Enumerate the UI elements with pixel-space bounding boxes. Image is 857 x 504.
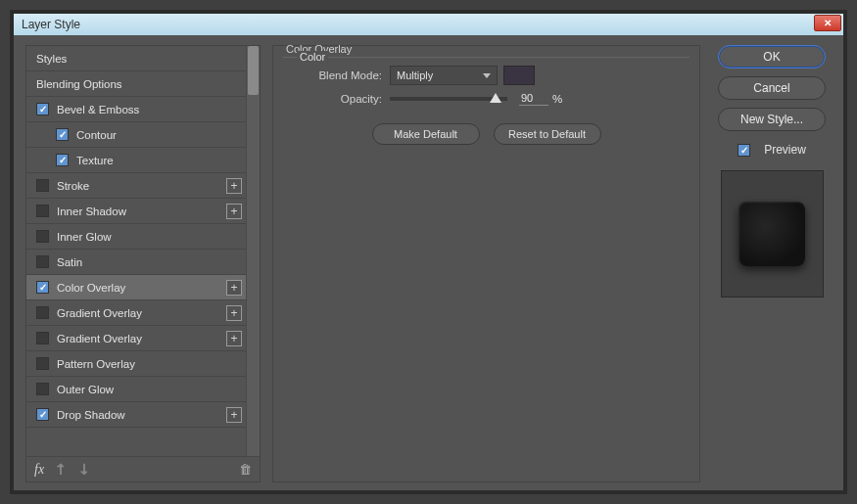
style-row-gradient-overlay[interactable]: Gradient Overlay+ bbox=[26, 326, 246, 351]
blend-mode-value: Multiply bbox=[397, 69, 433, 81]
style-checkbox[interactable] bbox=[36, 332, 49, 344]
style-checkbox[interactable] bbox=[36, 408, 49, 421]
style-label: Satin bbox=[57, 256, 82, 268]
blend-mode-label: Blend Mode: bbox=[299, 69, 382, 81]
opacity-unit: % bbox=[552, 93, 562, 105]
opacity-label: Opacity: bbox=[299, 93, 382, 105]
preview-label: Preview bbox=[764, 143, 806, 157]
preview-render bbox=[738, 202, 805, 266]
add-effect-icon[interactable]: + bbox=[226, 407, 242, 423]
style-row-bevel-emboss[interactable]: Bevel & Emboss bbox=[26, 97, 246, 122]
style-row-pattern-overlay[interactable]: Pattern Overlay bbox=[26, 351, 246, 377]
action-panel: OK Cancel New Style... Preview bbox=[712, 45, 832, 482]
reset-default-button[interactable]: Reset to Default bbox=[494, 123, 601, 145]
close-button[interactable]: ✕ bbox=[814, 15, 841, 31]
group-title: Color bbox=[297, 51, 328, 63]
add-effect-icon[interactable]: + bbox=[226, 280, 242, 296]
new-style-button[interactable]: New Style... bbox=[718, 108, 826, 131]
preview-thumbnail bbox=[721, 170, 824, 298]
opacity-input[interactable]: 90 bbox=[519, 91, 548, 106]
style-label: Gradient Overlay bbox=[57, 307, 142, 319]
style-label: Bevel & Emboss bbox=[57, 104, 139, 115]
close-icon: ✕ bbox=[824, 18, 832, 28]
scrollbar-thumb[interactable] bbox=[248, 46, 259, 95]
style-row-styles[interactable]: Styles bbox=[26, 46, 246, 71]
style-row-contour[interactable]: Contour bbox=[26, 122, 246, 148]
style-row-gradient-overlay[interactable]: Gradient Overlay+ bbox=[26, 300, 246, 326]
make-default-button[interactable]: Make Default bbox=[372, 123, 480, 145]
style-checkbox[interactable] bbox=[36, 103, 49, 115]
style-label: Gradient Overlay bbox=[57, 333, 142, 344]
style-row-outer-glow[interactable]: Outer Glow bbox=[26, 377, 246, 402]
opacity-slider[interactable] bbox=[390, 97, 507, 101]
titlebar: Layer Style ✕ bbox=[14, 14, 843, 35]
settings-panel: Color Overlay Color Blend Mode: Multiply… bbox=[272, 45, 700, 482]
blend-mode-dropdown[interactable]: Multiply bbox=[390, 66, 498, 85]
color-swatch[interactable] bbox=[503, 66, 535, 85]
add-effect-icon[interactable]: + bbox=[226, 178, 242, 194]
move-down-icon[interactable]: 🠧 bbox=[77, 462, 91, 478]
add-effect-icon[interactable]: + bbox=[226, 204, 242, 219]
style-row-inner-glow[interactable]: Inner Glow bbox=[26, 224, 246, 250]
style-row-drop-shadow[interactable]: Drop Shadow+ bbox=[26, 402, 246, 428]
scrollbar-track[interactable] bbox=[246, 46, 260, 456]
style-label: Pattern Overlay bbox=[57, 358, 135, 370]
style-label: Outer Glow bbox=[57, 384, 114, 395]
move-up-icon[interactable]: 🠥 bbox=[54, 462, 68, 478]
style-checkbox[interactable] bbox=[56, 154, 69, 166]
style-row-inner-shadow[interactable]: Inner Shadow+ bbox=[26, 199, 246, 224]
layer-style-dialog: Layer Style ✕ StylesBlending OptionsBeve… bbox=[14, 14, 843, 490]
styles-panel: StylesBlending OptionsBevel & EmbossCont… bbox=[25, 45, 261, 482]
style-row-stroke[interactable]: Stroke+ bbox=[26, 173, 246, 199]
style-checkbox[interactable] bbox=[56, 128, 69, 141]
style-row-blending-options[interactable]: Blending Options bbox=[26, 71, 246, 97]
style-label: Texture bbox=[76, 155, 114, 166]
style-checkbox[interactable] bbox=[36, 230, 49, 243]
style-checkbox[interactable] bbox=[36, 383, 49, 395]
styles-toolbar: fx 🠥 🠧 🗑 bbox=[26, 456, 260, 481]
style-checkbox[interactable] bbox=[36, 306, 49, 319]
style-checkbox[interactable] bbox=[36, 255, 49, 268]
style-label: Drop Shadow bbox=[57, 409, 125, 421]
style-checkbox[interactable] bbox=[36, 205, 49, 217]
add-effect-icon[interactable]: + bbox=[226, 305, 242, 321]
style-checkbox[interactable] bbox=[36, 357, 49, 370]
style-checkbox[interactable] bbox=[36, 281, 49, 294]
style-label: Inner Glow bbox=[57, 231, 112, 243]
style-row-color-overlay[interactable]: Color Overlay+ bbox=[26, 275, 246, 300]
style-label: Color Overlay bbox=[57, 282, 125, 294]
window-title: Layer Style bbox=[22, 18, 80, 31]
style-row-satin[interactable]: Satin bbox=[26, 250, 246, 275]
style-label: Styles bbox=[36, 53, 67, 65]
style-row-texture[interactable]: Texture bbox=[26, 148, 246, 173]
fx-icon[interactable]: fx bbox=[34, 462, 44, 478]
opacity-slider-thumb[interactable] bbox=[490, 93, 501, 103]
style-label: Stroke bbox=[57, 180, 89, 192]
style-label: Blending Options bbox=[36, 78, 122, 90]
add-effect-icon[interactable]: + bbox=[226, 331, 242, 346]
cancel-button[interactable]: Cancel bbox=[718, 76, 826, 100]
ok-button[interactable]: OK bbox=[718, 45, 826, 69]
styles-list: StylesBlending OptionsBevel & EmbossCont… bbox=[26, 46, 260, 456]
style-label: Inner Shadow bbox=[57, 206, 126, 217]
trash-icon[interactable]: 🗑 bbox=[239, 462, 252, 477]
style-label: Contour bbox=[76, 129, 117, 141]
style-checkbox[interactable] bbox=[36, 179, 49, 192]
preview-checkbox[interactable] bbox=[738, 144, 750, 157]
